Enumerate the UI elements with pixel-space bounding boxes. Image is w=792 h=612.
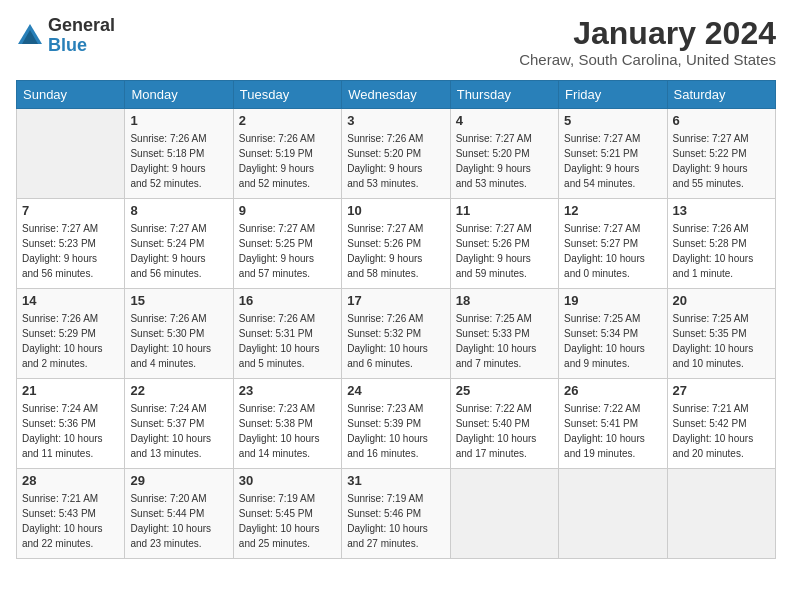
day-info: Sunrise: 7:27 AMSunset: 5:20 PMDaylight:…	[456, 131, 553, 191]
day-info: Sunrise: 7:27 AMSunset: 5:25 PMDaylight:…	[239, 221, 336, 281]
week-row-4: 21Sunrise: 7:24 AMSunset: 5:36 PMDayligh…	[17, 379, 776, 469]
day-info: Sunrise: 7:20 AMSunset: 5:44 PMDaylight:…	[130, 491, 227, 551]
day-number: 29	[130, 473, 227, 488]
day-number: 9	[239, 203, 336, 218]
logo-blue: Blue	[48, 35, 87, 55]
day-info: Sunrise: 7:22 AMSunset: 5:41 PMDaylight:…	[564, 401, 661, 461]
day-cell: 3Sunrise: 7:26 AMSunset: 5:20 PMDaylight…	[342, 109, 450, 199]
day-info: Sunrise: 7:26 AMSunset: 5:19 PMDaylight:…	[239, 131, 336, 191]
day-cell: 29Sunrise: 7:20 AMSunset: 5:44 PMDayligh…	[125, 469, 233, 559]
day-number: 20	[673, 293, 770, 308]
day-info: Sunrise: 7:19 AMSunset: 5:45 PMDaylight:…	[239, 491, 336, 551]
day-cell: 23Sunrise: 7:23 AMSunset: 5:38 PMDayligh…	[233, 379, 341, 469]
title-block: January 2024 Cheraw, South Carolina, Uni…	[519, 16, 776, 68]
week-row-1: 1Sunrise: 7:26 AMSunset: 5:18 PMDaylight…	[17, 109, 776, 199]
logo-general: General	[48, 15, 115, 35]
day-number: 13	[673, 203, 770, 218]
day-cell	[667, 469, 775, 559]
day-number: 8	[130, 203, 227, 218]
day-cell: 14Sunrise: 7:26 AMSunset: 5:29 PMDayligh…	[17, 289, 125, 379]
day-number: 16	[239, 293, 336, 308]
day-cell: 28Sunrise: 7:21 AMSunset: 5:43 PMDayligh…	[17, 469, 125, 559]
day-cell: 8Sunrise: 7:27 AMSunset: 5:24 PMDaylight…	[125, 199, 233, 289]
day-number: 31	[347, 473, 444, 488]
calendar-table: SundayMondayTuesdayWednesdayThursdayFrid…	[16, 80, 776, 559]
day-info: Sunrise: 7:27 AMSunset: 5:21 PMDaylight:…	[564, 131, 661, 191]
day-info: Sunrise: 7:26 AMSunset: 5:31 PMDaylight:…	[239, 311, 336, 371]
day-cell: 1Sunrise: 7:26 AMSunset: 5:18 PMDaylight…	[125, 109, 233, 199]
day-number: 27	[673, 383, 770, 398]
day-number: 4	[456, 113, 553, 128]
day-cell: 9Sunrise: 7:27 AMSunset: 5:25 PMDaylight…	[233, 199, 341, 289]
day-number: 28	[22, 473, 119, 488]
day-info: Sunrise: 7:24 AMSunset: 5:36 PMDaylight:…	[22, 401, 119, 461]
day-cell	[17, 109, 125, 199]
day-number: 25	[456, 383, 553, 398]
day-number: 23	[239, 383, 336, 398]
day-number: 10	[347, 203, 444, 218]
day-info: Sunrise: 7:21 AMSunset: 5:43 PMDaylight:…	[22, 491, 119, 551]
day-number: 22	[130, 383, 227, 398]
day-number: 24	[347, 383, 444, 398]
day-cell: 5Sunrise: 7:27 AMSunset: 5:21 PMDaylight…	[559, 109, 667, 199]
logo-icon	[16, 22, 44, 50]
day-cell: 18Sunrise: 7:25 AMSunset: 5:33 PMDayligh…	[450, 289, 558, 379]
day-cell: 27Sunrise: 7:21 AMSunset: 5:42 PMDayligh…	[667, 379, 775, 469]
day-info: Sunrise: 7:27 AMSunset: 5:26 PMDaylight:…	[456, 221, 553, 281]
day-cell: 2Sunrise: 7:26 AMSunset: 5:19 PMDaylight…	[233, 109, 341, 199]
day-number: 18	[456, 293, 553, 308]
day-number: 21	[22, 383, 119, 398]
day-info: Sunrise: 7:24 AMSunset: 5:37 PMDaylight:…	[130, 401, 227, 461]
day-info: Sunrise: 7:25 AMSunset: 5:34 PMDaylight:…	[564, 311, 661, 371]
day-number: 3	[347, 113, 444, 128]
day-info: Sunrise: 7:27 AMSunset: 5:23 PMDaylight:…	[22, 221, 119, 281]
days-header-row: SundayMondayTuesdayWednesdayThursdayFrid…	[17, 81, 776, 109]
day-number: 2	[239, 113, 336, 128]
day-number: 14	[22, 293, 119, 308]
day-number: 7	[22, 203, 119, 218]
day-info: Sunrise: 7:21 AMSunset: 5:42 PMDaylight:…	[673, 401, 770, 461]
day-info: Sunrise: 7:27 AMSunset: 5:24 PMDaylight:…	[130, 221, 227, 281]
day-header-saturday: Saturday	[667, 81, 775, 109]
day-cell: 10Sunrise: 7:27 AMSunset: 5:26 PMDayligh…	[342, 199, 450, 289]
day-cell: 30Sunrise: 7:19 AMSunset: 5:45 PMDayligh…	[233, 469, 341, 559]
day-cell: 12Sunrise: 7:27 AMSunset: 5:27 PMDayligh…	[559, 199, 667, 289]
day-info: Sunrise: 7:23 AMSunset: 5:39 PMDaylight:…	[347, 401, 444, 461]
day-cell: 13Sunrise: 7:26 AMSunset: 5:28 PMDayligh…	[667, 199, 775, 289]
day-number: 1	[130, 113, 227, 128]
day-number: 15	[130, 293, 227, 308]
day-cell: 15Sunrise: 7:26 AMSunset: 5:30 PMDayligh…	[125, 289, 233, 379]
day-header-sunday: Sunday	[17, 81, 125, 109]
day-number: 30	[239, 473, 336, 488]
day-header-wednesday: Wednesday	[342, 81, 450, 109]
day-cell: 11Sunrise: 7:27 AMSunset: 5:26 PMDayligh…	[450, 199, 558, 289]
day-number: 19	[564, 293, 661, 308]
day-info: Sunrise: 7:23 AMSunset: 5:38 PMDaylight:…	[239, 401, 336, 461]
day-info: Sunrise: 7:26 AMSunset: 5:20 PMDaylight:…	[347, 131, 444, 191]
day-number: 26	[564, 383, 661, 398]
location: Cheraw, South Carolina, United States	[519, 51, 776, 68]
page-header: General Blue January 2024 Cheraw, South …	[16, 16, 776, 68]
day-cell: 25Sunrise: 7:22 AMSunset: 5:40 PMDayligh…	[450, 379, 558, 469]
day-cell: 6Sunrise: 7:27 AMSunset: 5:22 PMDaylight…	[667, 109, 775, 199]
day-info: Sunrise: 7:25 AMSunset: 5:33 PMDaylight:…	[456, 311, 553, 371]
day-cell: 26Sunrise: 7:22 AMSunset: 5:41 PMDayligh…	[559, 379, 667, 469]
day-cell	[450, 469, 558, 559]
day-cell: 17Sunrise: 7:26 AMSunset: 5:32 PMDayligh…	[342, 289, 450, 379]
day-header-monday: Monday	[125, 81, 233, 109]
week-row-5: 28Sunrise: 7:21 AMSunset: 5:43 PMDayligh…	[17, 469, 776, 559]
day-info: Sunrise: 7:22 AMSunset: 5:40 PMDaylight:…	[456, 401, 553, 461]
week-row-2: 7Sunrise: 7:27 AMSunset: 5:23 PMDaylight…	[17, 199, 776, 289]
day-cell: 16Sunrise: 7:26 AMSunset: 5:31 PMDayligh…	[233, 289, 341, 379]
day-info: Sunrise: 7:26 AMSunset: 5:30 PMDaylight:…	[130, 311, 227, 371]
day-cell: 19Sunrise: 7:25 AMSunset: 5:34 PMDayligh…	[559, 289, 667, 379]
day-number: 6	[673, 113, 770, 128]
day-number: 12	[564, 203, 661, 218]
day-info: Sunrise: 7:27 AMSunset: 5:22 PMDaylight:…	[673, 131, 770, 191]
day-info: Sunrise: 7:26 AMSunset: 5:18 PMDaylight:…	[130, 131, 227, 191]
day-header-thursday: Thursday	[450, 81, 558, 109]
day-cell: 20Sunrise: 7:25 AMSunset: 5:35 PMDayligh…	[667, 289, 775, 379]
day-info: Sunrise: 7:26 AMSunset: 5:32 PMDaylight:…	[347, 311, 444, 371]
day-info: Sunrise: 7:25 AMSunset: 5:35 PMDaylight:…	[673, 311, 770, 371]
day-cell: 4Sunrise: 7:27 AMSunset: 5:20 PMDaylight…	[450, 109, 558, 199]
